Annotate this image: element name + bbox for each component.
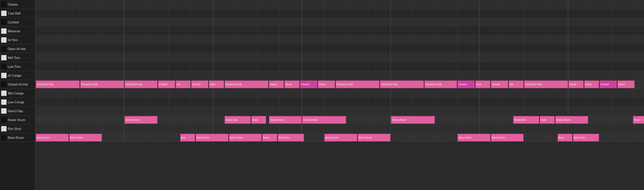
cell-cowbell-15[interactable] <box>368 9 391 18</box>
cell-openhihat-4[interactable] <box>124 44 146 53</box>
cell-midconga-12[interactable] <box>302 89 324 98</box>
cell-midtom-23[interactable] <box>546 53 568 62</box>
cell-claves-5[interactable] <box>146 0 169 9</box>
cell-bassdrum-4[interactable] <box>124 133 146 142</box>
cell-maracas-17[interactable] <box>413 27 435 36</box>
cell-hitom-15[interactable] <box>368 36 391 44</box>
cell-maracas-16[interactable] <box>391 27 413 36</box>
cell-maracas-24[interactable] <box>568 27 590 36</box>
note-closedhihat-2[interactable]: Closed Hi Hat <box>125 80 157 88</box>
cell-handclap-12[interactable] <box>302 107 324 115</box>
cell-maracas-3[interactable] <box>102 27 124 36</box>
cell-midtom-0[interactable] <box>36 53 58 62</box>
cell-hitom-5[interactable] <box>146 36 169 44</box>
cell-midconga-5[interactable] <box>146 89 169 98</box>
cell-hiconga-11[interactable] <box>280 71 302 80</box>
cell-maracas-0[interactable] <box>36 27 58 36</box>
cell-hitom-8[interactable] <box>213 36 235 44</box>
cell-cymbal-21[interactable] <box>502 18 524 27</box>
grid-area[interactable]: Closed Hi HatClosed Hi HatClosed Hi HatC… <box>36 0 644 190</box>
cell-openhihat-17[interactable] <box>413 44 435 53</box>
cell-hitom-22[interactable] <box>524 36 546 44</box>
cell-claves-17[interactable] <box>413 0 435 9</box>
cell-rimshot-4[interactable] <box>124 124 146 133</box>
cell-cymbal-2[interactable] <box>80 18 102 27</box>
cell-rimshot-19[interactable] <box>457 124 479 133</box>
cell-maracas-8[interactable] <box>213 27 235 36</box>
cell-hiconga-7[interactable] <box>191 71 213 80</box>
cell-hitom-20[interactable] <box>479 36 502 44</box>
cell-lowconga-23[interactable] <box>546 98 568 107</box>
cell-openhihat-9[interactable] <box>235 44 257 53</box>
cell-lowconga-25[interactable] <box>590 98 613 107</box>
cell-cymbal-0[interactable] <box>36 18 58 27</box>
cell-claves-11[interactable] <box>280 0 302 9</box>
note-snaredrum-0[interactable]: Snare Drum <box>125 116 157 124</box>
note-closedhihat-14[interactable]: Closed Hi Hat <box>424 80 457 88</box>
cell-claves-12[interactable] <box>302 0 324 9</box>
cell-midconga-3[interactable] <box>102 89 124 98</box>
cell-rimshot-15[interactable] <box>368 124 391 133</box>
cell-cymbal-23[interactable] <box>546 18 568 27</box>
cell-rimshot-23[interactable] <box>546 124 568 133</box>
note-closedhihat-6[interactable]: Clos <box>209 80 224 88</box>
cell-rimshot-13[interactable] <box>324 124 346 133</box>
note-bassdrum-7[interactable]: Bass Drum <box>324 134 357 141</box>
cell-claves-2[interactable] <box>80 0 102 9</box>
cell-hiconga-5[interactable] <box>146 71 169 80</box>
cell-rimshot-5[interactable] <box>146 124 169 133</box>
cell-hitom-23[interactable] <box>546 36 568 44</box>
cell-cymbal-3[interactable] <box>102 18 124 27</box>
note-snaredrum-8[interactable]: Snare Drum <box>555 116 588 124</box>
cell-maracas-23[interactable] <box>546 27 568 36</box>
cell-cowbell-9[interactable] <box>235 9 257 18</box>
cell-lowtom-6[interactable] <box>169 62 191 71</box>
note-closedhihat-10[interactable]: Closed <box>300 80 317 88</box>
cell-cowbell-16[interactable] <box>391 9 413 18</box>
cell-openhihat-1[interactable] <box>58 44 80 53</box>
cell-lowtom-25[interactable] <box>590 62 613 71</box>
cell-rimshot-16[interactable] <box>391 124 413 133</box>
cell-openhihat-21[interactable] <box>502 44 524 53</box>
cell-lowtom-10[interactable] <box>257 62 280 71</box>
cell-lowconga-17[interactable] <box>413 98 435 107</box>
cell-handclap-2[interactable] <box>80 107 102 115</box>
cell-midconga-6[interactable] <box>169 89 191 98</box>
cell-lowconga-7[interactable] <box>191 98 213 107</box>
cell-lowtom-17[interactable] <box>413 62 435 71</box>
cell-hitom-21[interactable] <box>502 36 524 44</box>
cell-cymbal-16[interactable] <box>391 18 413 27</box>
cell-openhihat-0[interactable] <box>36 44 58 53</box>
cell-cymbal-26[interactable] <box>613 18 635 27</box>
cell-midtom-15[interactable] <box>368 53 391 62</box>
cell-claves-19[interactable] <box>457 0 479 9</box>
cell-claves-14[interactable] <box>346 0 368 9</box>
cell-midconga-20[interactable] <box>479 89 502 98</box>
cell-cowbell-26[interactable] <box>613 9 635 18</box>
cell-midconga-16[interactable] <box>391 89 413 98</box>
cell-openhihat-14[interactable] <box>346 44 368 53</box>
cell-maracas-1[interactable] <box>58 27 80 36</box>
cell-midconga-8[interactable] <box>213 89 235 98</box>
cell-handclap-13[interactable] <box>324 107 346 115</box>
cell-midtom-8[interactable] <box>213 53 235 62</box>
note-bassdrum-11[interactable]: Bass <box>558 134 573 141</box>
cell-openhihat-12[interactable] <box>302 44 324 53</box>
cell-openhihat-16[interactable] <box>391 44 413 53</box>
cell-lowtom-13[interactable] <box>324 62 346 71</box>
cell-openhihat-23[interactable] <box>546 44 568 53</box>
cell-midconga-23[interactable] <box>546 89 568 98</box>
note-closedhihat-17[interactable]: Closed <box>491 80 508 88</box>
cell-bassdrum-12[interactable] <box>302 133 324 142</box>
cell-hiconga-18[interactable] <box>435 71 457 80</box>
cell-hiconga-16[interactable] <box>391 71 413 80</box>
cell-midtom-2[interactable] <box>80 53 102 62</box>
cell-maracas-11[interactable] <box>280 27 302 36</box>
cell-midconga-26[interactable] <box>613 89 635 98</box>
cell-hitom-6[interactable] <box>169 36 191 44</box>
cell-claves-6[interactable] <box>169 0 191 9</box>
cell-maracas-18[interactable] <box>435 27 457 36</box>
cell-hitom-7[interactable] <box>191 36 213 44</box>
cell-claves-13[interactable] <box>324 0 346 9</box>
cell-midconga-14[interactable] <box>346 89 368 98</box>
